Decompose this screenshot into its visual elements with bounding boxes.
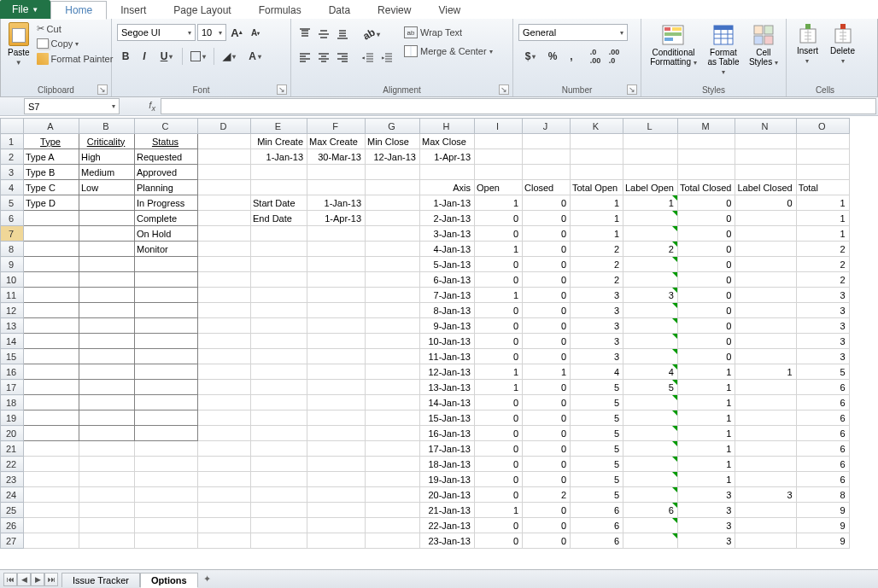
column-header-F[interactable]: F bbox=[307, 119, 366, 134]
cell[interactable] bbox=[251, 334, 307, 349]
cell[interactable]: 6 bbox=[571, 518, 623, 533]
cell[interactable] bbox=[735, 503, 796, 518]
cell[interactable]: 3 bbox=[796, 334, 849, 349]
column-header-E[interactable]: E bbox=[251, 119, 307, 134]
cell[interactable] bbox=[135, 426, 198, 441]
cell[interactable] bbox=[735, 426, 796, 441]
cell[interactable] bbox=[366, 503, 420, 518]
cell[interactable] bbox=[623, 518, 678, 533]
cell[interactable] bbox=[24, 242, 79, 257]
cell[interactable] bbox=[796, 165, 849, 180]
cell[interactable] bbox=[571, 134, 623, 149]
cell[interactable] bbox=[420, 165, 475, 180]
cell[interactable]: 0 bbox=[677, 288, 735, 303]
cell[interactable]: 5 bbox=[571, 441, 623, 457]
cell[interactable] bbox=[523, 149, 571, 165]
cell[interactable] bbox=[366, 180, 420, 195]
cell-styles-button[interactable]: Cell Styles ▾ bbox=[746, 22, 781, 69]
cell[interactable]: 6 bbox=[571, 503, 623, 518]
tab-data[interactable]: Data bbox=[315, 2, 364, 19]
cell[interactable] bbox=[677, 165, 735, 180]
cell[interactable] bbox=[24, 533, 79, 549]
cell[interactable] bbox=[366, 410, 420, 426]
cell[interactable] bbox=[135, 380, 198, 395]
dialog-launcher-icon[interactable]: ↘ bbox=[627, 84, 637, 95]
cell[interactable]: 4 bbox=[571, 364, 623, 380]
cell[interactable] bbox=[251, 242, 307, 257]
cell[interactable]: 0 bbox=[735, 195, 796, 211]
cell[interactable]: 2 bbox=[571, 242, 623, 257]
cell[interactable] bbox=[366, 226, 420, 242]
cell[interactable] bbox=[307, 426, 366, 441]
cell[interactable] bbox=[198, 165, 251, 180]
cell[interactable]: 0 bbox=[475, 410, 523, 426]
cell[interactable]: Total Closed bbox=[677, 180, 735, 195]
cell[interactable] bbox=[366, 426, 420, 441]
cell[interactable] bbox=[79, 441, 135, 457]
cell[interactable] bbox=[251, 257, 307, 272]
cell[interactable] bbox=[24, 318, 79, 334]
cell[interactable] bbox=[366, 395, 420, 410]
cell[interactable]: 1 bbox=[677, 410, 735, 426]
cell[interactable] bbox=[135, 272, 198, 288]
cell[interactable] bbox=[79, 303, 135, 318]
cell[interactable]: 23-Jan-13 bbox=[420, 533, 475, 549]
cell[interactable]: Approved bbox=[135, 165, 198, 180]
cell[interactable] bbox=[735, 457, 796, 472]
cell[interactable] bbox=[366, 472, 420, 487]
insert-cells-button[interactable]: Insert▾ bbox=[792, 22, 823, 67]
cell[interactable]: 1 bbox=[796, 211, 849, 226]
cell[interactable] bbox=[475, 149, 523, 165]
cell[interactable] bbox=[623, 211, 678, 226]
column-header-D[interactable]: D bbox=[198, 119, 251, 134]
cell[interactable]: 12-Jan-13 bbox=[420, 364, 475, 380]
sheet-tab-issue-tracker[interactable]: Issue Tracker bbox=[61, 573, 140, 587]
cell[interactable]: 0 bbox=[523, 257, 571, 272]
cell[interactable] bbox=[623, 441, 678, 457]
paste-button[interactable]: Paste▼ bbox=[6, 20, 32, 69]
cell[interactable]: 0 bbox=[523, 195, 571, 211]
cell[interactable]: Label Open bbox=[623, 180, 678, 195]
cell[interactable] bbox=[251, 180, 307, 195]
cell[interactable]: 17-Jan-13 bbox=[420, 441, 475, 457]
cell[interactable] bbox=[623, 334, 678, 349]
cell[interactable] bbox=[251, 272, 307, 288]
cell[interactable]: 3 bbox=[571, 334, 623, 349]
cell[interactable] bbox=[79, 226, 135, 242]
cell[interactable] bbox=[135, 395, 198, 410]
cell[interactable] bbox=[79, 487, 135, 503]
row-header-11[interactable]: 11 bbox=[1, 288, 24, 303]
cell[interactable]: 0 bbox=[677, 257, 735, 272]
cell[interactable]: 1 bbox=[677, 364, 735, 380]
cell[interactable]: 5 bbox=[571, 426, 623, 441]
cell[interactable]: 2 bbox=[571, 272, 623, 288]
cell[interactable]: 22-Jan-13 bbox=[420, 518, 475, 533]
cell[interactable]: Type B bbox=[24, 165, 79, 180]
cell[interactable]: 30-Mar-13 bbox=[307, 149, 366, 165]
cell[interactable]: 0 bbox=[523, 211, 571, 226]
cell[interactable] bbox=[623, 272, 678, 288]
cell[interactable] bbox=[24, 349, 79, 364]
cell[interactable]: Total bbox=[796, 180, 849, 195]
row-header-19[interactable]: 19 bbox=[1, 410, 24, 426]
tab-formulas[interactable]: Formulas bbox=[245, 2, 315, 19]
cell[interactable] bbox=[623, 318, 678, 334]
cell[interactable]: 8-Jan-13 bbox=[420, 303, 475, 318]
cell[interactable]: High bbox=[79, 149, 135, 165]
increase-decimal-button[interactable]: .0.00 bbox=[587, 48, 604, 65]
cell[interactable] bbox=[623, 472, 678, 487]
cell[interactable]: 0 bbox=[475, 318, 523, 334]
cell[interactable]: 15-Jan-13 bbox=[420, 410, 475, 426]
cell[interactable]: On Hold bbox=[135, 226, 198, 242]
cell[interactable] bbox=[307, 180, 366, 195]
cell[interactable] bbox=[24, 288, 79, 303]
cell[interactable]: 0 bbox=[523, 533, 571, 549]
cell[interactable] bbox=[24, 395, 79, 410]
cell[interactable] bbox=[24, 503, 79, 518]
cell[interactable]: 3 bbox=[623, 288, 678, 303]
cell[interactable]: Open bbox=[475, 180, 523, 195]
delete-cells-button[interactable]: Delete▾ bbox=[827, 22, 858, 67]
cell[interactable]: 0 bbox=[523, 288, 571, 303]
cell[interactable]: 11-Jan-13 bbox=[420, 349, 475, 364]
cell[interactable]: Max Close bbox=[420, 134, 475, 149]
